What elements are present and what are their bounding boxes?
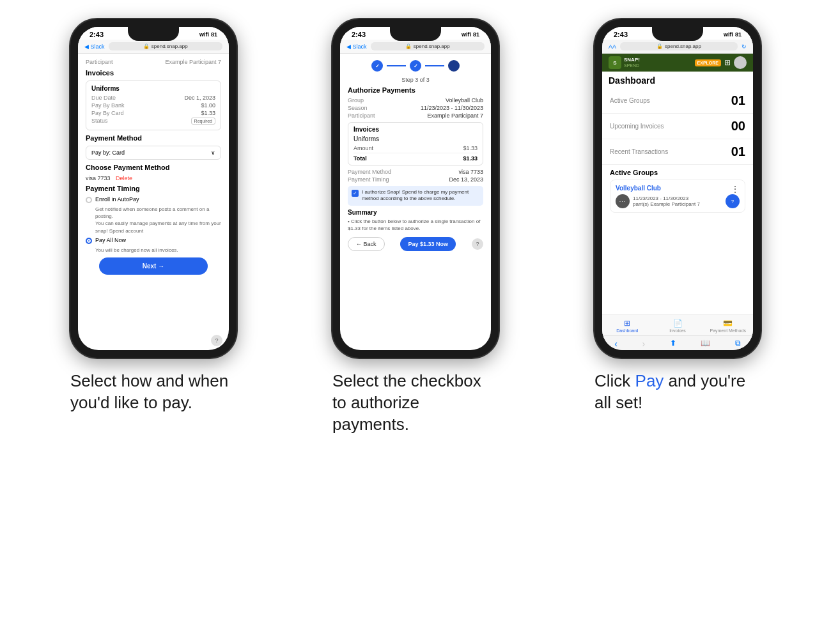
- phone3-caption-text: Click Pay and you're all set!: [594, 371, 761, 414]
- phone2-group-row: Group Volleyball Club: [348, 97, 483, 103]
- lock-icon: 🔒: [656, 43, 663, 49]
- phone3-screen: 2:43 wifi 81 AA 🔒 spend.snap.app ↻: [602, 27, 753, 350]
- phone1-caption: Select how and when you'd like to pay.: [70, 371, 237, 414]
- chevron-icon: ∨: [211, 150, 215, 156]
- phone1-help-button[interactable]: ?: [211, 335, 222, 346]
- phone1-screen: 2:43 wifi 81 ◀ Slack 🔒 spend.snap.app: [78, 27, 229, 350]
- phone2-summary-section: Summary • Click the button below to auth…: [348, 209, 483, 232]
- step2-circle: ✓: [410, 60, 421, 72]
- phone2-shell: 2:43 wifi 81 ◀ Slack 🔒 spend.snap.app: [332, 19, 499, 358]
- tabs-icon[interactable]: ⧉: [735, 339, 741, 349]
- phone3-explore-badge[interactable]: EXPLORE: [695, 59, 721, 66]
- phone2-back-link[interactable]: ◀ Slack: [346, 43, 367, 50]
- phone2-checkbox-row[interactable]: ✓ I authorize Snap! Spend to charge my p…: [348, 186, 483, 206]
- step1-circle: ✓: [371, 60, 383, 72]
- refresh-icon[interactable]: ↻: [742, 43, 747, 50]
- phone2-participant-row: Participant Example Participant 7: [348, 112, 483, 119]
- phone1-pay-bank-row: Pay By Bank $1.00: [91, 102, 215, 109]
- phone3-active-groups-row: Active Groups 01: [602, 88, 753, 114]
- wifi-icon: wifi: [724, 31, 733, 38]
- grid-icon[interactable]: ⊞: [724, 58, 731, 67]
- back-arrow-icon[interactable]: ‹: [614, 339, 617, 349]
- phone3-status-icons: wifi 81: [724, 31, 742, 38]
- phone1-time: 2:43: [89, 31, 104, 38]
- phone1-status-badge: Required: [191, 118, 215, 125]
- phone1-back-link[interactable]: ◀ Slack: [84, 43, 105, 50]
- phone2-notch: [390, 27, 441, 41]
- phone2-content: ✓ ✓ Step 3 of 3 Authorize Payments Group…: [340, 54, 491, 350]
- phone3-group-season: 11/23/2023 - 11/30/2023: [633, 195, 722, 201]
- phone2-screen: 2:43 wifi 81 ◀ Slack 🔒 spend.snap.app: [340, 27, 491, 350]
- phone1-autopay-option[interactable]: Enroll in AutoPay: [86, 196, 221, 203]
- phone3-aa-text[interactable]: AA: [609, 43, 616, 50]
- wifi-icon: wifi: [462, 31, 471, 38]
- more-icon[interactable]: ⋮: [731, 184, 740, 194]
- phone2-status-icons: wifi 81: [462, 31, 479, 38]
- phone2-summary-text: • Click the button below to authorize a …: [348, 218, 483, 232]
- phone2-btn-row: ← Back Pay $1.33 Now ?: [348, 237, 483, 251]
- phone3-group-help[interactable]: ?: [726, 194, 740, 208]
- phone1-uniforms-title: Uniforms: [91, 85, 215, 92]
- phone3-active-groups-title: Active Groups: [610, 169, 745, 176]
- bookmarks-icon[interactable]: 📖: [701, 339, 710, 349]
- phone3-nav-bar: AA 🔒 spend.snap.app ↻: [602, 40, 753, 54]
- phone2-url-bar: 🔒 spend.snap.app: [371, 42, 485, 50]
- phone1-status-icons: wifi 81: [199, 31, 217, 38]
- phone3-group-name[interactable]: Volleyball Club: [616, 185, 661, 192]
- phone1-column: 2:43 wifi 81 ◀ Slack 🔒 spend.snap.app: [32, 19, 275, 414]
- phone3-time: 2:43: [614, 31, 628, 38]
- phone3-column: 2:43 wifi 81 AA 🔒 spend.snap.app ↻: [556, 19, 799, 414]
- lock-icon: 🔒: [143, 43, 150, 49]
- phone2-amount-row: Amount $1.33: [353, 145, 478, 151]
- phone2-authorize-title: Authorize Payments: [348, 86, 483, 94]
- phone2-back-button[interactable]: ← Back: [348, 237, 385, 251]
- step3-circle: [448, 60, 460, 72]
- payment-icon: 💳: [723, 319, 733, 328]
- phone1-nav-bar: ◀ Slack 🔒 spend.snap.app: [78, 40, 229, 54]
- phone3-safari-bottom: ‹ › ⬆ 📖 ⧉: [602, 335, 753, 350]
- phone2-help-button[interactable]: ?: [472, 238, 483, 250]
- phone2-pt-row: Payment Timing Dec 13, 2023: [348, 176, 483, 183]
- phone2-step-indicator: ✓ ✓: [348, 59, 483, 72]
- phone3-nav-invoices[interactable]: 📄 Invoices: [653, 318, 703, 334]
- phone3-nav-payment[interactable]: 💳 Payment Methods: [703, 318, 753, 334]
- phone1-choose-payment-section: Choose Payment Method visa 7733 Delete: [86, 164, 221, 181]
- phone1-pay-all-now-bullet: You will be charged now all invoices.: [95, 247, 221, 254]
- phone2-invoices-box: Invoices Uniforms Amount $1.33 Total $1.…: [348, 122, 483, 165]
- phone3-group-avatar: ···: [616, 194, 630, 208]
- phone2-caption: Select the checkbox to authorize payment…: [332, 371, 499, 435]
- phone1-url-bar: 🔒 spend.snap.app: [109, 42, 222, 50]
- phone2-checkbox[interactable]: ✓: [352, 190, 359, 197]
- share-icon[interactable]: ⬆: [670, 339, 676, 349]
- phone1-select-box[interactable]: Pay by: Card ∨: [86, 146, 221, 160]
- wifi-icon: wifi: [199, 31, 209, 38]
- phone1-pay-all-now-radio[interactable]: [86, 238, 92, 244]
- phone1-content: Participant Example Participant 7 Invoic…: [78, 54, 229, 350]
- phone3-nav-dashboard[interactable]: ⊞ Dashboard: [602, 318, 653, 334]
- phone3-dashboard-title: Dashboard: [602, 72, 753, 88]
- phone1-next-button[interactable]: Next →: [99, 257, 208, 275]
- phone3-group-participant: Example Participant 7: [650, 201, 700, 207]
- step1-line: [387, 65, 406, 66]
- phone2-step-label: Step 3 of 3: [348, 77, 483, 83]
- phone2-pay-button[interactable]: Pay $1.33 Now: [400, 237, 456, 251]
- phone1-participant-row: Participant Example Participant 7: [86, 59, 221, 65]
- snap-logo-icon: S: [609, 56, 621, 69]
- phone2-time: 2:43: [352, 31, 366, 38]
- phone3-group-details: ··· 11/23/2023 - 11/30/2023 pant(s) Exam…: [616, 194, 740, 208]
- phone2-checkbox-text: I authorize Snap! Spend to charge my pay…: [362, 189, 479, 203]
- phone2-nav-bar: ◀ Slack 🔒 spend.snap.app: [340, 40, 491, 54]
- forward-arrow-icon[interactable]: ›: [642, 339, 645, 349]
- phone2-total-row: Total $1.33: [353, 153, 478, 162]
- phone1-timing-section: Payment Timing Enroll in AutoPay Get not…: [86, 185, 221, 254]
- phone2-summary-title: Summary: [348, 209, 483, 216]
- phone3-notch: [652, 27, 703, 41]
- phone2-caption-text: Select the checkbox to authorize payment…: [332, 371, 499, 435]
- phone1-autopay-radio[interactable]: [86, 197, 92, 203]
- dashboard-icon: ⊞: [624, 319, 630, 328]
- phone1-pay-card-row: Pay By Card $1.33: [91, 110, 215, 116]
- avatar[interactable]: [734, 56, 747, 69]
- phone1-delete-link[interactable]: Delete: [116, 175, 132, 181]
- phone1-pay-all-now-option[interactable]: Pay All Now: [86, 237, 221, 244]
- phone3-upcoming-invoices-row: Upcoming Invoices 00: [602, 114, 753, 139]
